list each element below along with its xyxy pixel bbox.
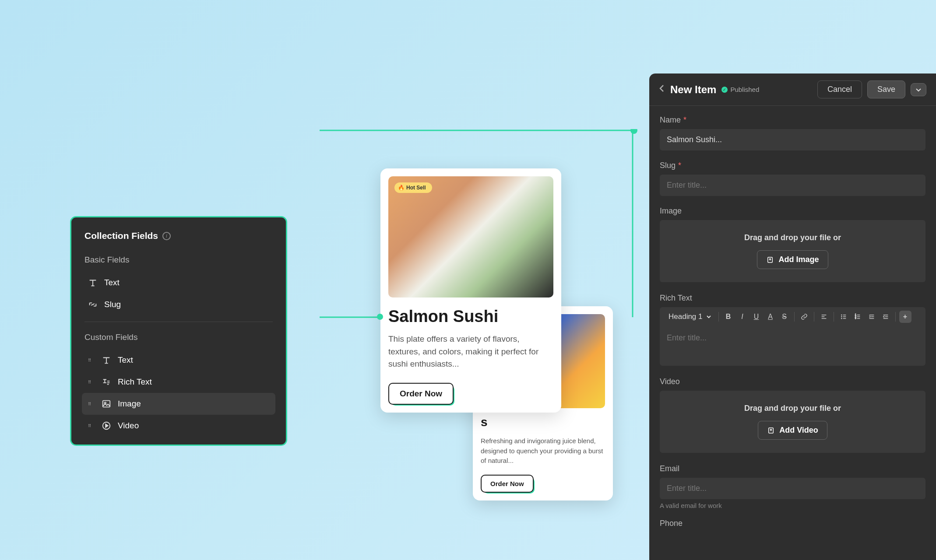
connection-dot [377, 314, 383, 320]
image-label: Image [660, 206, 925, 216]
slug-icon [88, 300, 98, 309]
order-now-button[interactable]: Order Now [481, 475, 534, 493]
custom-field-image[interactable]: ⠿ Image [82, 393, 275, 415]
bullet-list-icon[interactable] [837, 311, 850, 323]
drag-handle-icon[interactable]: ⠿ [88, 358, 95, 363]
basic-field-text[interactable]: Text [82, 272, 275, 294]
field-label: Text [118, 355, 133, 365]
product-title: s [481, 415, 605, 429]
text-icon [88, 278, 98, 287]
outdent-icon[interactable] [880, 311, 892, 323]
rich-text-icon [102, 377, 111, 387]
text-icon [102, 355, 111, 365]
divider [84, 322, 273, 322]
field-label: Slug [104, 300, 121, 309]
svg-point-5 [841, 315, 841, 315]
chevron-left-icon[interactable] [659, 84, 665, 95]
heading-select[interactable]: Heading 1 [665, 311, 715, 323]
italic-icon[interactable]: I [736, 311, 749, 323]
dropzone-text: Drag and drop your file or [669, 404, 917, 413]
required-indicator: * [683, 116, 686, 125]
basic-field-slug[interactable]: Slug [82, 294, 275, 315]
slug-label: Slug* [660, 161, 925, 170]
richtext-toolbar: Heading 1 B I U A S 123 [660, 307, 925, 326]
custom-field-rich-text[interactable]: ⠿ Rich Text [82, 371, 275, 393]
email-input[interactable] [660, 478, 925, 499]
svg-point-7 [841, 318, 841, 318]
add-block-icon[interactable]: + [899, 311, 911, 323]
custom-field-video[interactable]: ⠿ Video [82, 415, 275, 437]
panel-title: Collection Fields [84, 231, 158, 241]
email-helper: A valid email for work [660, 502, 925, 509]
required-indicator: * [678, 161, 681, 170]
dropzone-text: Drag and drop your file or [669, 233, 917, 242]
slug-input[interactable] [660, 175, 925, 196]
svg-point-6 [841, 316, 841, 317]
image-dropzone[interactable]: Drag and drop your file or Add Image [660, 220, 925, 282]
info-icon[interactable]: i [162, 232, 171, 240]
order-now-button[interactable]: Order Now [388, 383, 454, 405]
hot-sell-badge: 🔥 Hot Sell [394, 182, 432, 193]
richtext-input[interactable]: Enter title... [660, 326, 925, 366]
custom-field-text[interactable]: ⠿ Text [82, 349, 275, 371]
field-label: Image [118, 399, 141, 409]
svg-point-0 [630, 129, 637, 134]
field-label: Video [118, 421, 139, 430]
product-description: This plate offers a variety of flavors, … [388, 333, 553, 371]
status-badge: ✓ Published [721, 86, 759, 93]
phone-label: Phone [660, 519, 925, 528]
upload-icon [766, 256, 774, 264]
svg-text:3: 3 [855, 317, 856, 319]
name-label: Name* [660, 116, 925, 125]
product-card-main: 🔥 Hot Sell Salmon Sushi This plate offer… [380, 168, 561, 413]
align-icon[interactable] [818, 311, 830, 323]
chevron-down-icon [706, 315, 711, 318]
underline-icon[interactable]: U [750, 311, 763, 323]
collection-fields-panel: Collection Fields i Basic Fields Text Sl… [70, 216, 287, 446]
drag-handle-icon[interactable]: ⠿ [88, 424, 95, 428]
add-image-button[interactable]: Add Image [757, 250, 828, 269]
editor-panel: New Item ✓ Published Cancel Save Name* S… [649, 74, 936, 560]
svg-rect-1 [103, 401, 110, 407]
drag-handle-icon[interactable]: ⠿ [88, 402, 95, 406]
richtext-label: Rich Text [660, 294, 925, 303]
product-image: 🔥 Hot Sell [388, 176, 553, 298]
image-icon [102, 399, 111, 409]
basic-fields-heading: Basic Fields [82, 251, 275, 272]
editor-header: New Item ✓ Published Cancel Save [649, 74, 936, 106]
save-dropdown-button[interactable] [911, 83, 926, 96]
field-label: Text [104, 278, 120, 287]
numbered-list-icon[interactable]: 123 [852, 311, 864, 323]
editor-title: New Item [670, 84, 716, 96]
video-dropzone[interactable]: Drag and drop your file or Add Video [660, 391, 925, 453]
product-title: Salmon Sushi [388, 307, 553, 326]
add-video-button[interactable]: Add Video [758, 421, 827, 440]
save-button[interactable]: Save [867, 80, 905, 98]
text-color-icon[interactable]: A [764, 311, 777, 323]
indent-icon[interactable] [866, 311, 878, 323]
fire-icon: 🔥 [398, 185, 405, 191]
strikethrough-icon[interactable]: S [778, 311, 791, 323]
product-description: Refreshing and invigorating juice blend,… [481, 436, 605, 466]
custom-fields-heading: Custom Fields [82, 328, 275, 349]
drag-handle-icon[interactable]: ⠿ [88, 380, 95, 385]
bold-icon[interactable]: B [722, 311, 735, 323]
cancel-button[interactable]: Cancel [817, 80, 862, 98]
name-input[interactable] [660, 129, 925, 150]
link-icon[interactable] [798, 311, 810, 323]
video-icon [102, 421, 111, 430]
field-label: Rich Text [118, 377, 152, 387]
video-label: Video [660, 377, 925, 386]
upload-icon [767, 427, 775, 434]
check-icon: ✓ [721, 87, 728, 93]
email-label: Email [660, 464, 925, 473]
